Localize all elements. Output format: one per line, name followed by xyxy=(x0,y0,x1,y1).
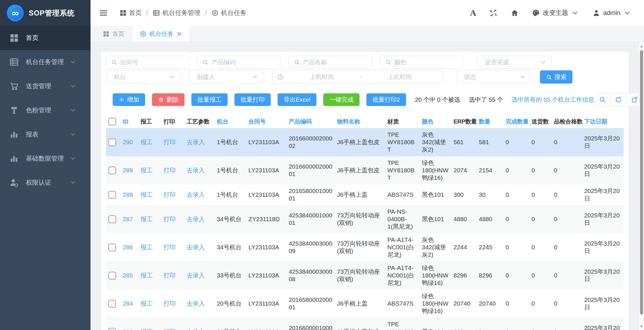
column-header-product_code[interactable]: 产品编码 xyxy=(287,115,335,128)
table-refresh-button[interactable] xyxy=(610,93,627,106)
column-header-material_name[interactable]: 物料名称 xyxy=(335,115,385,128)
enter-link[interactable]: 去录入 xyxy=(187,244,205,250)
cell-action_report: 报工 xyxy=(138,290,161,318)
report-link[interactable]: 报工 xyxy=(141,328,153,330)
report-link[interactable]: 报工 xyxy=(141,272,153,279)
row-checkbox[interactable] xyxy=(108,215,116,223)
fullscreen-button[interactable] xyxy=(489,9,497,17)
enter-link[interactable]: 去录入 xyxy=(187,139,205,145)
print-link[interactable]: 打印 xyxy=(164,300,176,307)
home-button[interactable] xyxy=(511,9,519,17)
table-export-button[interactable] xyxy=(626,93,639,106)
batch-print-button[interactable]: 批量打印 xyxy=(234,93,271,106)
sidebar-item-4[interactable]: 色粉管理 xyxy=(0,98,91,122)
filter-select[interactable]: 创建人 xyxy=(189,70,264,84)
search-icon xyxy=(202,59,209,65)
sidebar-toggle-icon[interactable] xyxy=(99,9,108,17)
row-checkbox[interactable] xyxy=(108,300,116,308)
theme-switcher[interactable]: 改变主题 xyxy=(532,9,579,17)
cell-color: 灰色342(城堡灰2) xyxy=(420,128,451,156)
report-link[interactable]: 报工 xyxy=(141,191,153,198)
sidebar-item-1[interactable]: 首页 xyxy=(0,26,91,50)
batch-print2-button[interactable]: 批量打印2 xyxy=(366,93,406,106)
column-header-delivery_qty: 送货数 xyxy=(529,115,552,128)
column-header-contract[interactable]: 合同号 xyxy=(246,115,286,128)
report-link[interactable]: 报工 xyxy=(141,216,153,222)
scrollbar-thumb[interactable] xyxy=(640,50,643,314)
print-link[interactable]: 打印 xyxy=(164,216,176,222)
sidebar-item-2[interactable]: 机台任务管理 xyxy=(0,50,91,74)
breadcrumb-item-1[interactable]: 首页 xyxy=(119,9,142,17)
report-link[interactable]: 报工 xyxy=(141,167,153,173)
report-link[interactable]: 报工 xyxy=(141,300,153,307)
filter-search-input[interactable]: 产品名称 xyxy=(289,56,372,69)
print-link[interactable]: 打印 xyxy=(164,272,176,279)
selection-info: 20 个中 0 个被选 选中了 55 个 选中所有的 55 个机台工作信息 xyxy=(415,96,594,104)
breadcrumb-item-3[interactable]: 机台任务 xyxy=(211,9,246,17)
column-header-machine[interactable]: 机台 xyxy=(214,115,246,128)
filter-search-input[interactable]: 产品编码 xyxy=(197,56,280,69)
print-link[interactable]: 打印 xyxy=(164,191,176,198)
enter-link[interactable]: 去录入 xyxy=(187,272,205,279)
filter-select[interactable]: 是否完成 xyxy=(477,56,552,69)
sidebar-item-5[interactable]: 报表 xyxy=(0,122,91,146)
cell-qc_qty: 0 xyxy=(552,128,582,156)
row-checkbox[interactable] xyxy=(108,191,116,199)
column-header-color[interactable]: 颜色 xyxy=(420,115,451,128)
filter-select[interactable]: 状态 xyxy=(456,70,531,84)
enter-link[interactable]: 去录入 xyxy=(187,216,205,222)
cell-material_name: 73万向轮转动座(双销) xyxy=(335,261,385,290)
batch-report-button[interactable]: 批量报工 xyxy=(191,93,228,106)
user-menu[interactable]: admin xyxy=(592,9,631,17)
filter-search-input[interactable]: 合同号 xyxy=(106,56,189,69)
font-size-button[interactable]: A xyxy=(470,8,476,18)
vertical-scrollbar[interactable]: ▲ ▼ xyxy=(639,42,644,330)
column-header-done_qty[interactable]: 完成数量 xyxy=(503,115,529,128)
tab-2[interactable]: 机台任务 xyxy=(132,26,190,42)
search-button[interactable]: 搜索 xyxy=(540,70,572,84)
row-checkbox[interactable] xyxy=(108,138,116,146)
breadcrumb-label: 机台任务 xyxy=(221,9,246,17)
select-all-checkbox[interactable] xyxy=(108,118,116,126)
row-checkbox[interactable] xyxy=(108,272,116,279)
sidebar-item-7[interactable]: 权限认证 xyxy=(0,171,91,195)
sidebar-item-6[interactable]: 基础数据管理 xyxy=(0,146,91,171)
print-link[interactable]: 打印 xyxy=(164,244,176,250)
tab-1[interactable]: 首页 xyxy=(95,26,132,42)
breadcrumb-item-2[interactable]: 机台任务管理 xyxy=(153,9,200,17)
enter-link[interactable]: 去录入 xyxy=(187,167,205,173)
filter-select[interactable]: 机台 xyxy=(106,70,181,84)
print-link[interactable]: 打印 xyxy=(164,167,176,173)
chevron-down-icon xyxy=(571,9,579,17)
scroll-down-icon[interactable]: ▼ xyxy=(639,323,644,329)
one-click-complete-button[interactable]: 一键完成 xyxy=(323,93,360,106)
enter-link[interactable]: 去录入 xyxy=(187,191,205,198)
export-excel-button[interactable]: 导出Excel xyxy=(278,93,316,106)
print-link[interactable]: 打印 xyxy=(164,328,176,330)
scroll-up-icon[interactable]: ▲ xyxy=(639,43,644,49)
filter-search-input[interactable]: 颜色 xyxy=(380,56,463,69)
row-checkbox[interactable] xyxy=(108,244,116,251)
column-header-id[interactable]: ID xyxy=(120,115,138,128)
select-all-link[interactable]: 选中所有的 55 个机台工作信息 xyxy=(512,96,594,104)
report-link[interactable]: 报工 xyxy=(141,139,153,145)
font-size-icon: A xyxy=(470,8,476,18)
row-checkbox[interactable] xyxy=(108,167,116,174)
add-button[interactable]: 增加 xyxy=(113,93,145,106)
delete-button[interactable]: 删除 xyxy=(152,93,184,106)
row-id: 287 xyxy=(120,205,138,233)
print-link[interactable]: 打印 xyxy=(164,139,176,145)
close-icon[interactable] xyxy=(176,31,182,37)
plus-icon xyxy=(119,97,124,103)
fullscreen-icon xyxy=(489,9,497,17)
sidebar-item-3[interactable]: 送货管理 xyxy=(0,74,91,98)
row-checkbox[interactable] xyxy=(108,328,116,330)
report-link[interactable]: 报工 xyxy=(141,244,153,250)
filter-daterange[interactable]: 上机时间-上机时间 xyxy=(272,70,443,84)
enter-link[interactable]: 去录入 xyxy=(187,300,205,307)
table-search-button[interactable] xyxy=(594,93,611,106)
enter-link[interactable]: 去录入 xyxy=(187,328,205,330)
column-header-date[interactable]: 下达日期 xyxy=(582,115,624,128)
cell-machine: 1号机台 xyxy=(214,128,246,156)
column-header-qty[interactable]: 数量 xyxy=(476,115,503,128)
